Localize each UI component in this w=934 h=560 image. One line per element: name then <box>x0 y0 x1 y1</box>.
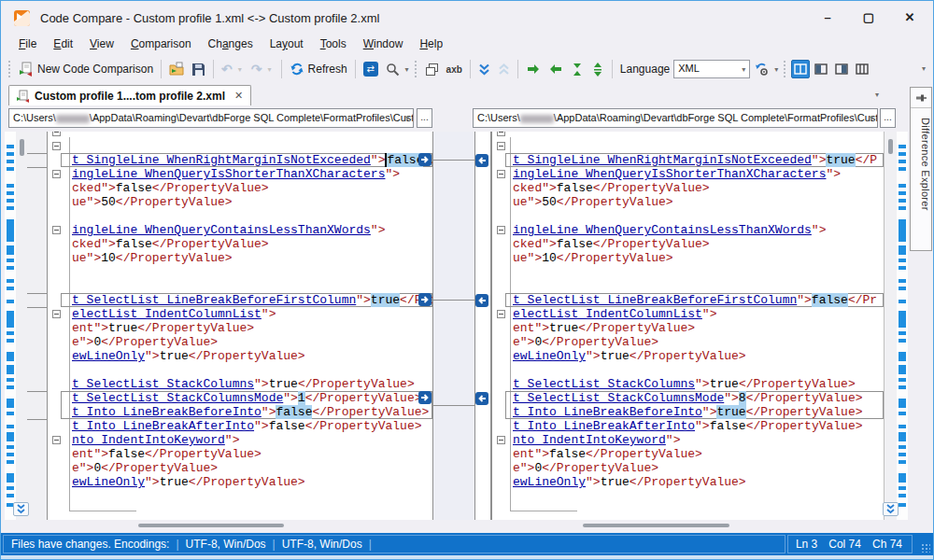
fold-collapse-icon[interactable] <box>52 170 61 178</box>
difference-mark[interactable] <box>899 184 906 188</box>
menu-comparison[interactable]: Comparison <box>122 35 200 53</box>
toolbar-grip[interactable] <box>7 60 12 78</box>
toolbar-grip[interactable] <box>783 60 787 78</box>
save-button[interactable] <box>188 60 209 79</box>
code-line[interactable]: t_Into_LineBreakBeforeInto">false</Prope… <box>48 405 432 419</box>
right-editor-pane[interactable]: t_SingleLine_WhenRightMarginIsNotExceede… <box>491 132 884 520</box>
difference-mark[interactable] <box>899 425 906 428</box>
code-line[interactable]: electList_IndentColumnList"> <box>492 307 884 321</box>
difference-mark[interactable] <box>899 259 906 262</box>
new-code-comparison-button[interactable]: New Code Comparison <box>15 59 157 79</box>
difference-mark[interactable] <box>899 412 906 415</box>
difference-mark[interactable] <box>899 352 906 361</box>
difference-mark[interactable] <box>7 279 14 283</box>
difference-mark[interactable] <box>899 432 906 441</box>
difference-mark[interactable] <box>7 206 14 210</box>
previous-difference-button[interactable] <box>494 61 514 78</box>
difference-mark[interactable] <box>899 486 906 490</box>
code-line[interactable]: cked">false</PropertyValue> <box>492 181 884 195</box>
tab-list-caret-icon[interactable]: ▾ <box>873 91 881 99</box>
window-copies-button[interactable] <box>421 60 443 79</box>
left-horizontal-scrollbar-thumb[interactable] <box>138 524 284 527</box>
difference-mark[interactable] <box>7 191 14 195</box>
code-line[interactable] <box>48 265 432 279</box>
difference-mark[interactable] <box>7 160 14 163</box>
difference-mark[interactable] <box>7 287 14 290</box>
fold-collapse-icon[interactable] <box>52 436 61 444</box>
code-line[interactable]: t_SelectList_StackColumns">true</Propert… <box>492 377 884 391</box>
find-options-caret-icon[interactable]: ▾ <box>403 65 411 74</box>
left-editor-pane[interactable]: t_SingleLine_WhenRightMarginIsNotExceede… <box>47 132 433 520</box>
difference-mark[interactable] <box>7 494 14 497</box>
difference-mark[interactable] <box>7 445 14 449</box>
close-button[interactable]: ✕ <box>896 7 924 29</box>
layout-left-focus-button[interactable] <box>812 60 830 78</box>
difference-mark[interactable] <box>7 460 14 464</box>
merge-collapse-button[interactable] <box>567 60 587 79</box>
code-line[interactable]: t_SingleLine_WhenRightMarginIsNotExceede… <box>48 153 432 167</box>
copy-to-right-badge[interactable] <box>418 293 432 306</box>
code-line[interactable]: e">0</PropertyValue> <box>492 335 884 349</box>
difference-mark[interactable] <box>899 199 906 203</box>
menu-window[interactable]: Window <box>355 35 412 53</box>
difference-mark[interactable] <box>7 300 14 303</box>
code-line[interactable]: t_SelectList_LineBreakBeforeFirstColumn"… <box>492 293 884 307</box>
code-line[interactable]: ewLineOnly">true</PropertyValue> <box>492 475 884 489</box>
difference-mark[interactable] <box>899 453 906 456</box>
toolbar-overflow-caret-icon[interactable]: ▾ <box>920 64 927 73</box>
fold-collapse-icon[interactable] <box>52 226 61 234</box>
right-scrollbar-thumb[interactable] <box>888 139 893 154</box>
difference-mark[interactable] <box>899 445 906 449</box>
copy-to-right-button[interactable] <box>522 60 545 78</box>
difference-mark[interactable] <box>7 486 14 490</box>
fold-collapse-icon[interactable] <box>497 170 505 178</box>
fold-collapse-icon[interactable] <box>52 142 61 150</box>
difference-mark[interactable] <box>899 494 906 497</box>
code-line[interactable]: ingleLine_WhenQueryContainsLessThanXWord… <box>48 223 432 237</box>
difference-mark[interactable] <box>7 167 14 171</box>
resize-grip[interactable] <box>921 543 930 553</box>
difference-mark[interactable] <box>7 245 14 255</box>
code-line[interactable] <box>492 209 884 223</box>
right-file-path-field[interactable]: C:\Users\\AppData\Roaming\Devart\dbForge… <box>473 108 878 128</box>
difference-mark[interactable] <box>899 145 906 148</box>
code-line[interactable]: ingleLine_WhenQueryIsShorterThanXCharact… <box>492 167 884 181</box>
encoding-right[interactable]: UTF-8, Win/Dos <box>282 538 362 551</box>
difference-mark[interactable] <box>7 145 14 148</box>
code-line[interactable]: ue">10</PropertyValue> <box>492 251 884 265</box>
left-vertical-scrollbar[interactable] <box>16 132 28 520</box>
encoding-left[interactable]: UTF-8, Win/Dos <box>186 538 266 551</box>
code-line[interactable] <box>48 279 432 293</box>
difference-mark[interactable] <box>899 385 906 389</box>
difference-mark[interactable] <box>7 432 14 441</box>
code-line[interactable]: cked">false</PropertyValue> <box>492 237 884 251</box>
right-browse-button[interactable]: ... <box>880 108 896 128</box>
layout-right-focus-button[interactable] <box>832 60 851 78</box>
menu-layout[interactable]: Layout <box>262 35 312 53</box>
code-line[interactable]: e">0</PropertyValue> <box>48 461 432 475</box>
difference-mark[interactable] <box>899 473 906 483</box>
code-line[interactable] <box>492 279 884 293</box>
settings-caret-icon[interactable]: ▾ <box>772 65 780 74</box>
difference-mark[interactable] <box>7 399 14 408</box>
code-line[interactable]: ue">10</PropertyValue> <box>48 251 432 265</box>
code-line[interactable]: cked">false</PropertyValue> <box>48 237 432 251</box>
difference-mark[interactable] <box>7 152 14 156</box>
comparison-settings-button[interactable] <box>750 59 772 79</box>
difference-mark[interactable] <box>7 365 14 374</box>
code-line[interactable]: ingleLine_WhenQueryContainsLessThanXWord… <box>492 223 884 237</box>
difference-mark[interactable] <box>7 259 14 262</box>
difference-mark[interactable] <box>899 365 906 374</box>
difference-mark[interactable] <box>899 378 906 382</box>
layout-three-panes-button[interactable] <box>853 60 871 78</box>
difference-mark[interactable] <box>899 311 906 328</box>
copy-to-right-badge[interactable] <box>418 391 432 404</box>
code-line[interactable]: t_Into_LineBreakAfterInto">false</Proper… <box>492 419 884 433</box>
difference-mark[interactable] <box>899 399 906 408</box>
code-line[interactable] <box>492 139 884 153</box>
pin-icon[interactable] <box>911 88 931 108</box>
right-scroll-next-diff-button[interactable] <box>883 502 899 516</box>
difference-mark[interactable] <box>899 245 906 255</box>
code-line[interactable] <box>48 132 432 139</box>
redo-button[interactable]: ↷▾ <box>248 59 277 79</box>
